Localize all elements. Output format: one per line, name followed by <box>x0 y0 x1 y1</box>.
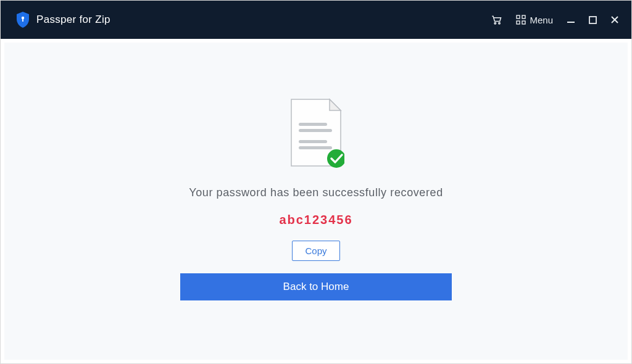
minimize-icon <box>567 15 575 24</box>
svg-rect-12 <box>299 123 327 126</box>
grid-icon <box>516 15 526 25</box>
cart-icon <box>490 14 502 26</box>
svg-rect-1 <box>22 19 23 22</box>
svg-rect-9 <box>589 17 596 23</box>
document-success-icon <box>288 98 344 169</box>
copy-button[interactable]: Copy <box>292 241 339 261</box>
success-message: Your password has been successfully reco… <box>189 186 443 199</box>
titlebar-right: Menu <box>490 14 619 26</box>
app-title: Passper for Zip <box>36 14 110 26</box>
cart-button[interactable] <box>490 14 502 26</box>
svg-rect-6 <box>517 21 520 24</box>
svg-rect-5 <box>522 15 525 19</box>
app-shield-icon <box>15 11 30 28</box>
maximize-button[interactable] <box>589 16 597 24</box>
svg-rect-14 <box>299 140 327 143</box>
minimize-button[interactable] <box>567 15 575 24</box>
recovered-password: abc123456 <box>279 213 352 227</box>
menu-label: Menu <box>530 15 553 25</box>
svg-point-3 <box>499 23 501 25</box>
svg-rect-7 <box>522 21 525 24</box>
maximize-icon <box>589 16 597 24</box>
back-to-home-button[interactable]: Back to Home <box>180 273 452 300</box>
close-icon <box>610 15 619 24</box>
svg-rect-4 <box>517 15 520 19</box>
svg-rect-15 <box>299 146 332 149</box>
menu-button[interactable]: Menu <box>516 15 553 25</box>
app-window: Passper for Zip <box>0 0 632 364</box>
svg-rect-13 <box>299 129 332 132</box>
titlebar-left: Passper for Zip <box>15 11 110 28</box>
close-button[interactable] <box>610 15 619 24</box>
svg-point-2 <box>495 23 497 25</box>
main-content: Your password has been successfully reco… <box>4 43 628 360</box>
titlebar: Passper for Zip <box>1 1 631 39</box>
